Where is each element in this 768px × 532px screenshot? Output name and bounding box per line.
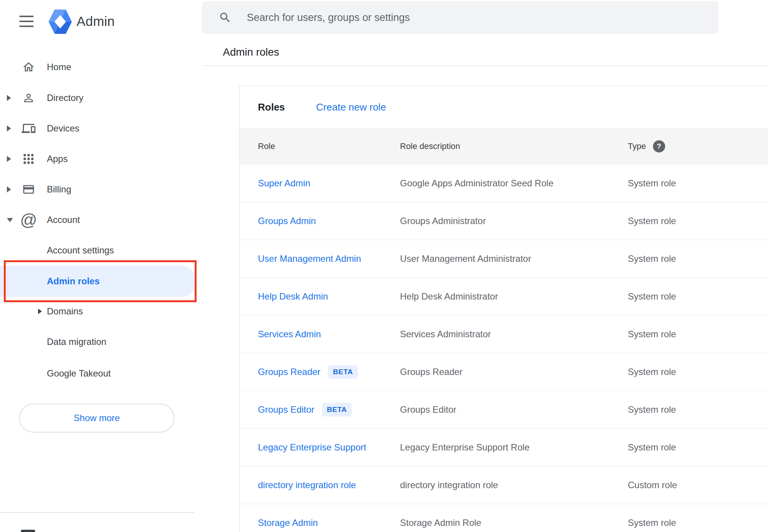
- sidebar-item-billing[interactable]: Billing: [0, 174, 202, 205]
- role-description-cell: Groups Administrator: [400, 216, 628, 226]
- role-description-cell: Help Desk Administrator: [400, 291, 628, 302]
- sidebar-item-google-takeout[interactable]: Google Takeout: [0, 358, 202, 389]
- app-title: Admin: [77, 14, 115, 29]
- role-cell: Storage Admin: [240, 518, 400, 528]
- table-row: Services AdminServices AdministratorSyst…: [240, 316, 768, 353]
- sidebar-item-account-settings[interactable]: Account settings: [0, 235, 202, 266]
- beta-badge: BETA: [328, 365, 358, 379]
- help-icon[interactable]: ?: [653, 140, 665, 152]
- role-description-cell: User Management Administrator: [400, 253, 628, 264]
- table-row: Help Desk AdminHelp Desk AdministratorSy…: [240, 278, 768, 316]
- page-title-divider: [202, 66, 768, 66]
- page-title: Admin roles: [223, 46, 279, 58]
- table-row: Groups AdminGroups AdministratorSystem r…: [240, 202, 768, 240]
- person-icon: [21, 91, 36, 105]
- roles-heading: Roles: [258, 101, 285, 113]
- role-type-cell: System role: [628, 404, 768, 415]
- role-description-cell: Google Apps Administrator Seed Role: [400, 178, 628, 189]
- role-description-cell: directory integration role: [400, 480, 628, 490]
- beta-badge: BETA: [322, 403, 352, 417]
- role-type-cell: System role: [628, 442, 768, 453]
- role-cell: Help Desk Admin: [240, 291, 400, 302]
- table-header-row: Role Role description Type ?: [240, 128, 768, 165]
- sidebar-item-devices[interactable]: Devices: [0, 113, 202, 144]
- expand-arrow-icon[interactable]: [7, 186, 11, 192]
- expand-arrow-icon[interactable]: [38, 309, 42, 314]
- search-bar[interactable]: [202, 1, 718, 34]
- role-cell: Groups EditorBETA: [240, 403, 400, 417]
- apps-grid-icon: [21, 152, 36, 166]
- sidebar-item-label: Billing: [47, 184, 71, 195]
- role-link[interactable]: Super Admin: [258, 178, 310, 189]
- sidebar-item-label: Directory: [47, 93, 83, 103]
- role-description-cell: Storage Admin Role: [400, 518, 628, 528]
- menu-hamburger-icon[interactable]: [19, 16, 34, 27]
- role-cell: directory integration role: [240, 480, 400, 490]
- building-icon-partial: [21, 530, 35, 532]
- sidebar-item-data-migration[interactable]: Data migration: [0, 327, 202, 357]
- role-cell: Groups ReaderBETA: [240, 365, 400, 379]
- role-description-cell: Legacy Enterprise Support Role: [400, 442, 628, 453]
- role-type-cell: System role: [628, 253, 768, 264]
- table-row: Groups ReaderBETAGroups ReaderSystem rol…: [240, 353, 768, 391]
- role-type-cell: System role: [628, 178, 768, 189]
- sidebar-item-directory[interactable]: Directory: [0, 83, 202, 113]
- home-icon: [21, 60, 36, 74]
- sidebar-item-label: Data migration: [47, 337, 106, 347]
- table-row: Storage AdminStorage Admin RoleSystem ro…: [240, 504, 768, 532]
- role-cell: Groups Admin: [240, 216, 400, 226]
- role-link[interactable]: directory integration role: [258, 480, 356, 490]
- column-header-role-description: Role description: [400, 141, 628, 151]
- collapse-arrow-icon[interactable]: [7, 218, 13, 222]
- search-icon: [219, 11, 232, 24]
- role-link[interactable]: Services Admin: [258, 329, 321, 340]
- devices-icon: [21, 121, 36, 136]
- roles-table-body: Super AdminGoogle Apps Administrator See…: [240, 165, 768, 532]
- sidebar-item-home[interactable]: Home: [0, 52, 202, 82]
- expand-arrow-icon[interactable]: [7, 125, 11, 131]
- role-link[interactable]: Groups Reader: [258, 367, 320, 377]
- table-row: Super AdminGoogle Apps Administrator See…: [240, 165, 768, 202]
- expand-arrow-icon[interactable]: [7, 95, 11, 101]
- show-more-button[interactable]: Show more: [19, 404, 174, 433]
- sidebar-item-label: Account: [47, 215, 80, 225]
- role-cell: Legacy Enterprise Support: [240, 442, 400, 453]
- at-sign-icon: @: [21, 213, 36, 227]
- search-input[interactable]: [246, 11, 718, 24]
- sidebar-item-label: Admin roles: [47, 276, 100, 287]
- sidebar-item-label: Google Takeout: [47, 368, 111, 379]
- sidebar-footer-divider: [0, 512, 194, 513]
- role-type-cell: System role: [628, 367, 768, 377]
- sidebar-item-account[interactable]: @ Account: [0, 205, 202, 235]
- role-cell: User Management Admin: [240, 253, 400, 264]
- create-new-role-link[interactable]: Create new role: [316, 101, 386, 113]
- sidebar-item-admin-roles[interactable]: Admin roles: [0, 266, 197, 297]
- role-link[interactable]: Storage Admin: [258, 518, 318, 528]
- column-header-type-label: Type: [628, 141, 646, 151]
- sidebar-item-label: Devices: [47, 123, 79, 134]
- role-type-cell: System role: [628, 518, 768, 528]
- role-cell: Super Admin: [240, 178, 400, 189]
- role-link[interactable]: Help Desk Admin: [258, 291, 328, 302]
- admin-logo-icon: [48, 9, 72, 34]
- table-row: Legacy Enterprise SupportLegacy Enterpri…: [240, 429, 768, 466]
- roles-card: Roles Create new role Role Role descript…: [239, 86, 768, 532]
- sidebar-item-apps[interactable]: Apps: [0, 144, 202, 174]
- role-description-cell: Services Administrator: [400, 329, 628, 340]
- role-link[interactable]: Legacy Enterprise Support: [258, 442, 366, 453]
- expand-arrow-icon[interactable]: [7, 156, 11, 162]
- table-row: Groups EditorBETAGroups EditorSystem rol…: [240, 391, 768, 429]
- sidebar-item-label: Domains: [47, 306, 83, 317]
- roles-card-header: Roles Create new role: [240, 86, 768, 128]
- sidebar: Admin Home Directory Devices A: [0, 0, 202, 532]
- role-link[interactable]: Groups Editor: [258, 404, 314, 415]
- table-row: directory integration roledirectory inte…: [240, 466, 768, 504]
- role-type-cell: System role: [628, 291, 768, 302]
- role-description-cell: Groups Reader: [400, 367, 628, 377]
- role-link[interactable]: User Management Admin: [258, 253, 361, 264]
- sidebar-item-domains[interactable]: Domains: [0, 296, 202, 327]
- role-type-cell: Custom role: [628, 480, 768, 490]
- sidebar-item-label: Home: [47, 62, 71, 72]
- role-type-cell: System role: [628, 216, 768, 226]
- role-link[interactable]: Groups Admin: [258, 216, 316, 226]
